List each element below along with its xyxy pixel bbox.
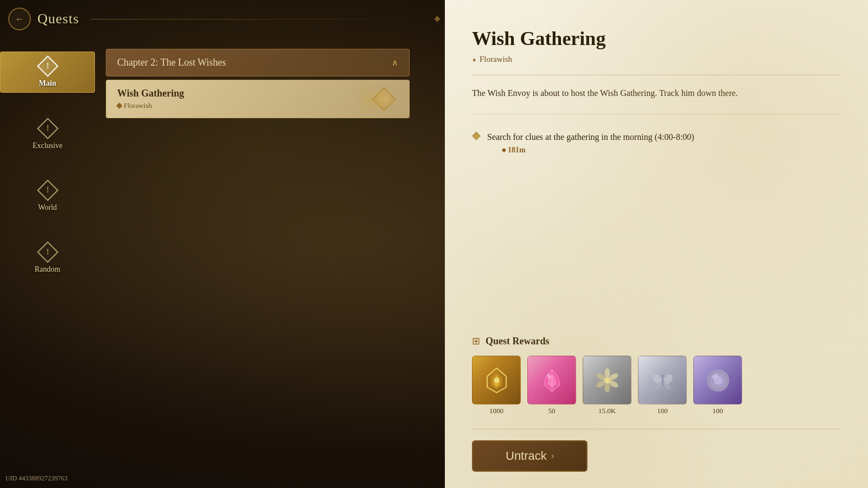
distance-value: 181m: [508, 146, 526, 155]
quest-item-name: Wish Gathering: [117, 88, 398, 99]
exclusive-nav-label: Exclusive: [33, 142, 62, 150]
svg-point-15: [604, 377, 610, 383]
exclusive-diamond-icon: [37, 118, 59, 139]
objective-content: Search for clues at the gathering in the…: [487, 131, 694, 155]
detail-panel: Wish Gathering ⬧ Florawish The Wish Envo…: [445, 0, 868, 488]
flower-icon: [592, 365, 622, 395]
nav-list: Main Exclusive World Random: [0, 52, 95, 278]
location-pin-icon: ⬧: [472, 55, 476, 64]
rewards-grid: 1000 50: [472, 356, 841, 415]
header: ← Quests: [0, 0, 445, 38]
header-diamond-icon: [434, 16, 440, 22]
reward-count-crystal: 50: [548, 407, 556, 415]
location-dot-icon: [116, 102, 122, 108]
reward-item-exp: 1000: [472, 356, 521, 415]
world-nav-label: World: [38, 203, 57, 212]
reward-item-flower: 15.0K: [583, 356, 631, 415]
exp-icon: [482, 365, 512, 395]
header-divider: [91, 19, 429, 20]
objective-distance: 181m: [502, 146, 694, 155]
reward-icon-box-orb: [693, 356, 742, 404]
chapter-collapse-icon: ∧: [392, 57, 398, 68]
objective-item: Search for clues at the gathering in the…: [472, 131, 841, 155]
random-diamond-icon: [37, 241, 59, 263]
untrack-button[interactable]: Untrack ›: [472, 440, 588, 472]
rewards-gift-icon: ⊞: [472, 335, 480, 347]
reward-count-orb: 100: [712, 407, 723, 415]
back-icon: ←: [15, 14, 24, 25]
quest-location-text: Florawish: [124, 101, 152, 110]
uid-text: UID 443388927239763: [5, 474, 67, 483]
exclusive-nav-icon: [38, 119, 58, 138]
butterfly-icon: [648, 365, 678, 395]
sidebar-item-random[interactable]: Random: [0, 238, 95, 278]
reward-item-crystal: 50: [527, 356, 576, 415]
reward-count-butterfly: 100: [657, 407, 668, 415]
rewards-section: ⊞ Quest Rewards 1000: [472, 324, 841, 472]
detail-description: The Wish Envoy is about to host the Wish…: [472, 86, 841, 114]
chapter-title: Chapter 2: The Lost Wishes: [117, 57, 226, 68]
reward-icon-box-exp: [472, 356, 521, 404]
chapter-header[interactable]: Chapter 2: The Lost Wishes ∧: [106, 49, 410, 76]
sidebar-item-world[interactable]: World: [0, 176, 95, 216]
world-nav-icon: [38, 181, 58, 200]
reward-count-exp: 1000: [489, 407, 503, 415]
reward-count-flower: 15.0K: [598, 407, 616, 415]
untrack-label: Untrack: [506, 449, 547, 463]
world-diamond-icon: [37, 179, 59, 201]
random-nav-label: Random: [35, 265, 60, 274]
objective-text: Search for clues at the gathering in the…: [487, 131, 694, 144]
sidebar-item-main[interactable]: Main: [0, 52, 95, 93]
untrack-arrow-icon: ›: [551, 451, 554, 461]
detail-location: ⬧ Florawish: [472, 55, 841, 75]
objective-star-icon: [472, 132, 481, 140]
reward-icon-box-butterfly: [638, 356, 687, 404]
rewards-header: ⊞ Quest Rewards: [472, 335, 841, 347]
quest-item-location: Florawish: [117, 101, 398, 110]
sidebar-item-exclusive[interactable]: Exclusive: [0, 114, 95, 155]
main-diamond-icon: [37, 55, 59, 77]
reward-icon-box-flower: [583, 356, 631, 404]
quest-item[interactable]: Wish Gathering Florawish: [106, 80, 410, 118]
main-nav-icon: [38, 56, 58, 76]
header-title: Quests: [37, 11, 79, 27]
crystal-icon: [537, 365, 567, 395]
reward-icon-box-crystal: [527, 356, 576, 404]
rewards-divider: [472, 429, 841, 429]
detail-quest-title: Wish Gathering: [472, 27, 841, 50]
reward-item-butterfly: 100: [638, 356, 687, 415]
main-nav-label: Main: [39, 79, 56, 88]
quest-list-panel: Chapter 2: The Lost Wishes ∧ Wish Gather…: [95, 38, 420, 488]
distance-dot-icon: [502, 148, 506, 152]
back-button[interactable]: ←: [8, 8, 31, 30]
random-nav-icon: [38, 242, 58, 262]
reward-item-orb: 100: [693, 356, 742, 415]
svg-point-12: [604, 383, 610, 393]
orb-icon: [703, 365, 733, 395]
sidebar: Main Exclusive World Random: [0, 0, 95, 488]
svg-point-22: [713, 376, 722, 384]
svg-point-9: [604, 368, 610, 378]
rewards-title: Quest Rewards: [486, 336, 550, 347]
detail-location-text: Florawish: [480, 55, 512, 64]
svg-point-17: [661, 375, 663, 377]
svg-point-3: [494, 377, 499, 383]
